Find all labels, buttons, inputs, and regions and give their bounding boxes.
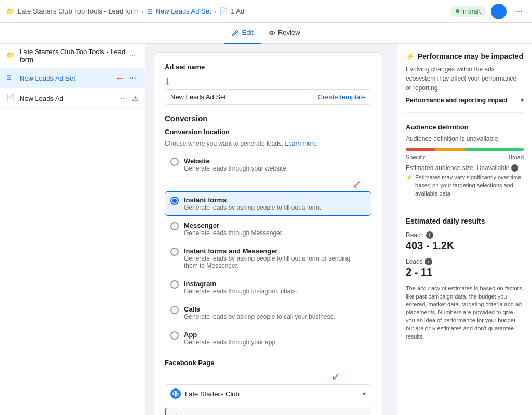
specific-label: Specific xyxy=(406,154,426,160)
estimate-icon: ⚡ xyxy=(406,174,413,198)
option-instant-forms-messenger[interactable]: Instant forms and Messenger Generate lea… xyxy=(165,242,371,274)
option-ifm-desc: Generate leads by asking people to fill … xyxy=(184,255,366,269)
status-label: In draft xyxy=(461,8,481,15)
page-icon xyxy=(170,388,181,399)
topbar-more-button[interactable]: ··· xyxy=(512,4,526,19)
facebook-page-label: Facebook Page xyxy=(165,359,371,367)
ad-set-name-input-row: Create template xyxy=(165,89,371,105)
option-instant-forms-desc: Generate leads by asking people to fill … xyxy=(184,204,321,211)
option-website-desc: Generate leads through your website. xyxy=(184,165,288,172)
ad-set-name-label: Ad set name xyxy=(165,63,371,71)
arrow-annotation-4: ↙ xyxy=(331,370,340,382)
svg-point-0 xyxy=(271,31,273,33)
sidebar-item-label: New Leads Ad xyxy=(20,95,118,102)
leads-value: 2 - 11 xyxy=(406,266,524,278)
eye-icon xyxy=(268,29,275,36)
option-instagram-desc: Generate leads through Instagram chats. xyxy=(184,288,297,295)
option-calls[interactable]: Calls Generate leads by asking people to… xyxy=(165,301,371,325)
estimated-size: Estimated audience size: Unavailable i xyxy=(406,164,524,172)
sidebar-item-label: New Leads Ad Set xyxy=(20,74,115,82)
info-icon: i xyxy=(511,164,518,172)
option-calls-label: Calls xyxy=(184,305,335,313)
breadcrumb-sep-1: › xyxy=(142,8,144,15)
arrow-annotation-3: ↙ xyxy=(352,178,361,190)
option-instant-forms[interactable]: Instant forms Generate leads by asking p… xyxy=(165,191,371,216)
reach-value: 403 - 1.2K xyxy=(406,240,524,252)
grid-icon: ⊞ xyxy=(6,73,16,83)
facebook-page-section: Facebook Page ↙ Late Starters Club ▾ 🏛 xyxy=(165,359,371,415)
conversion-location-label: Conversion location xyxy=(165,128,371,136)
edit-icon xyxy=(232,29,239,36)
option-website-label: Website xyxy=(184,157,288,165)
selected-page-label: Late Starters Club xyxy=(185,390,363,398)
performance-icon: ⚡ xyxy=(406,52,415,60)
conversion-helper: Choose where you want to generate leads.… xyxy=(165,140,371,147)
option-instant-forms-label: Instant forms xyxy=(184,196,321,204)
breadcrumb-item-1[interactable]: Late Starters Club Top Tools - Lead form xyxy=(18,7,139,15)
create-template-link[interactable]: Create template xyxy=(318,93,366,101)
conversion-title: Conversion xyxy=(165,114,371,123)
status-dot xyxy=(456,9,459,13)
radio-circle-app xyxy=(170,331,179,340)
sidebar-item-more-button[interactable]: ··· xyxy=(127,50,139,61)
ad-set-name-section: Ad set name ↓ Create template xyxy=(165,63,371,105)
leads-info-icon: i xyxy=(425,258,432,265)
option-app-desc: Generate leads through your app. xyxy=(184,339,277,346)
estimated-results-section: Estimated daily results Reach i 403 - 1.… xyxy=(406,217,524,349)
option-instagram-label: Instagram xyxy=(184,280,297,288)
sidebar-item-more-button[interactable]: ··· xyxy=(127,72,139,84)
option-instagram[interactable]: Instagram Generate leads through Instagr… xyxy=(165,275,371,300)
facebook-page-select[interactable]: Late Starters Club ▾ xyxy=(165,384,371,403)
review-button[interactable]: Review xyxy=(261,23,308,44)
ad-set-form-card: Ad set name ↓ Create template Conversion… xyxy=(154,52,382,415)
content-area: Ad set name ↓ Create template Conversion… xyxy=(145,44,397,415)
radio-circle-instant-forms xyxy=(170,197,179,205)
broad-label: Broad xyxy=(509,154,524,160)
reach-result: Reach i 403 - 1.2K xyxy=(406,231,524,252)
sidebar-item-label: Late Starters Club Top Tools - Lead form xyxy=(20,48,127,63)
sidebar-item-new-leads-ad[interactable]: 📄 New Leads Ad ··· ⚠ xyxy=(0,88,145,109)
folder-icon: 📁 xyxy=(6,51,16,60)
performance-expand-row[interactable]: Performance and reporting impact ▾ xyxy=(406,97,524,104)
estimate-note: ⚡ Estimates may vary significantly over … xyxy=(406,174,524,198)
audience-unavail: Audience definition is unavailable. xyxy=(406,135,524,142)
option-messenger[interactable]: Messenger Generate leads through Messeng… xyxy=(165,217,371,241)
breadcrumb-item-2[interactable]: New Leads Ad Set xyxy=(156,7,211,15)
breadcrumb-item-3[interactable]: 1 Ad xyxy=(231,7,244,15)
option-messenger-label: Messenger xyxy=(184,222,283,229)
right-panel: ⚡ Performance may be impacted Evolving c… xyxy=(397,44,532,415)
topbar: 📁 Late Starters Club Top Tools - Lead fo… xyxy=(0,0,532,23)
folder-icon: 📁 xyxy=(6,7,15,15)
audience-range: Specific Broad xyxy=(406,154,524,160)
reach-info-icon: i xyxy=(426,231,433,239)
audience-title: Audience definition xyxy=(406,123,524,131)
chevron-down-icon: ▾ xyxy=(363,390,366,397)
actionbar: Edit Review xyxy=(0,23,532,44)
radio-circle-ifm xyxy=(170,248,179,256)
sidebar-item-new-leads-ad-set[interactable]: ⊞ New Leads Ad Set ← ··· xyxy=(0,68,145,88)
option-website[interactable]: Website Generate leads through your webs… xyxy=(165,152,371,177)
ad-set-name-input[interactable] xyxy=(170,93,314,101)
learn-more-link[interactable]: Learn more xyxy=(285,140,317,147)
performance-expand-label: Performance and reporting impact xyxy=(406,97,508,104)
option-calls-desc: Generate leads by asking people to call … xyxy=(184,313,335,320)
sidebar-item-more-button[interactable]: ··· xyxy=(118,93,130,104)
performance-title: ⚡ Performance may be impacted xyxy=(406,52,524,60)
edit-button[interactable]: Edit xyxy=(224,23,260,44)
option-app[interactable]: App Generate leads through your app. xyxy=(165,326,371,351)
leads-label: Leads i xyxy=(406,258,524,265)
conversion-options: Website Generate leads through your webs… xyxy=(165,152,371,351)
status-badge: In draft xyxy=(450,6,486,17)
audience-bar xyxy=(406,148,524,151)
option-ifm-label: Instant forms and Messenger xyxy=(184,247,366,255)
chevron-down-icon: ▾ xyxy=(521,97,524,104)
audience-section: Audience definition Audience definition … xyxy=(406,123,524,206)
option-messenger-desc: Generate leads through Messenger. xyxy=(184,229,283,237)
breadcrumb: 📁 Late Starters Club Top Tools - Lead fo… xyxy=(6,7,244,15)
sidebar-item-top-tools[interactable]: 📁 Late Starters Club Top Tools - Lead fo… xyxy=(0,44,145,68)
arrow-annotation: ← xyxy=(115,73,125,84)
performance-text: Evolving changes within the ads ecosyste… xyxy=(406,64,524,93)
bar-green xyxy=(465,148,524,151)
sidebar: 📁 Late Starters Club Top Tools - Lead fo… xyxy=(0,44,145,415)
breadcrumb-sep-2: › xyxy=(215,8,217,15)
